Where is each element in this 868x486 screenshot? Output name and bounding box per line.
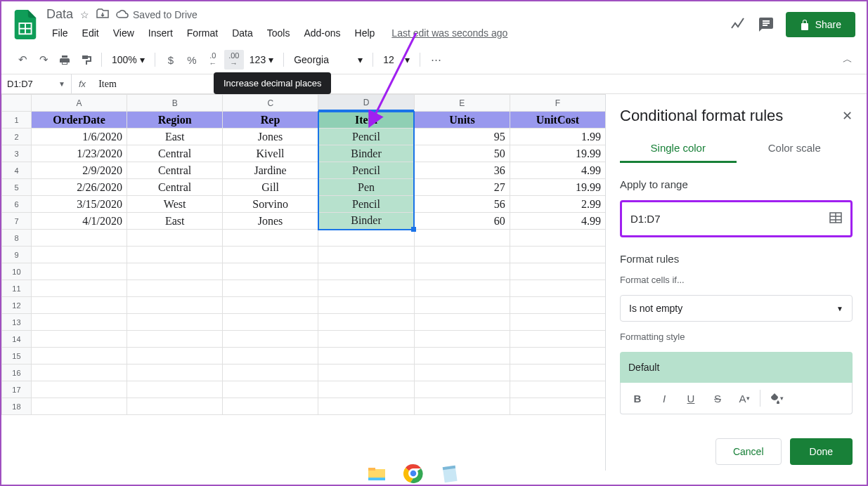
- data-cell[interactable]: 4.99: [510, 213, 605, 230]
- table-row[interactable]: 74/1/2020EastJonesBinder604.99: [2, 213, 606, 230]
- percent-icon[interactable]: %: [182, 50, 202, 70]
- data-cell[interactable]: Binder: [318, 213, 414, 230]
- data-cell[interactable]: 2/26/2020: [31, 179, 127, 196]
- row-header[interactable]: 17: [2, 381, 32, 398]
- data-cell[interactable]: Gill: [223, 179, 318, 196]
- row-header[interactable]: 3: [2, 145, 32, 162]
- data-cell[interactable]: East: [127, 129, 223, 145]
- zoom-select[interactable]: 100% ▾: [108, 51, 149, 68]
- table-row[interactable]: 11: [2, 280, 606, 297]
- fill-color-icon[interactable]: ▾: [763, 387, 789, 409]
- table-row[interactable]: 16: [2, 364, 606, 381]
- table-row[interactable]: 9: [2, 247, 606, 263]
- data-cell[interactable]: Central: [127, 162, 223, 179]
- menu-view[interactable]: View: [108, 25, 140, 41]
- table-row[interactable]: 31/23/2020CentralKivellBinder5019.99: [2, 145, 606, 162]
- select-range-icon[interactable]: [829, 212, 842, 225]
- row-header[interactable]: 14: [2, 331, 32, 348]
- table-row[interactable]: 18: [2, 398, 606, 415]
- move-icon[interactable]: [96, 8, 109, 20]
- data-cell[interactable]: 95: [414, 129, 510, 145]
- row-header[interactable]: 4: [2, 162, 32, 179]
- col-header-F[interactable]: F: [510, 95, 605, 112]
- share-button[interactable]: Share: [786, 12, 855, 37]
- col-header-B[interactable]: B: [127, 95, 223, 112]
- file-explorer-icon[interactable]: [367, 464, 387, 483]
- data-cell[interactable]: Pencil: [318, 162, 414, 179]
- menu-insert[interactable]: Insert: [143, 25, 179, 41]
- cancel-button[interactable]: Cancel: [715, 438, 782, 465]
- data-cell[interactable]: Kivell: [223, 145, 318, 162]
- table-row[interactable]: 12: [2, 297, 606, 314]
- menu-format[interactable]: Format: [181, 25, 224, 41]
- star-icon[interactable]: ☆: [80, 9, 89, 20]
- currency-icon[interactable]: $: [161, 50, 181, 70]
- row-header[interactable]: 8: [2, 230, 32, 247]
- data-cell[interactable]: Pencil: [318, 129, 414, 145]
- italic-icon[interactable]: I: [652, 387, 677, 409]
- chrome-icon[interactable]: [403, 464, 423, 483]
- row-header[interactable]: 9: [2, 247, 32, 263]
- row-header[interactable]: 7: [2, 213, 32, 230]
- data-cell[interactable]: Jardine: [223, 162, 318, 179]
- row-header[interactable]: 11: [2, 280, 32, 297]
- row-header[interactable]: 1: [2, 112, 32, 129]
- menu-edit[interactable]: Edit: [77, 25, 105, 41]
- menu-file[interactable]: File: [46, 25, 74, 41]
- data-cell[interactable]: 2/9/2020: [31, 162, 127, 179]
- header-cell[interactable]: OrderDate: [31, 112, 127, 129]
- data-cell[interactable]: 36: [414, 162, 510, 179]
- data-cell[interactable]: East: [127, 213, 223, 230]
- font-select[interactable]: Georgia ▾: [290, 51, 367, 68]
- close-icon[interactable]: ✕: [842, 108, 853, 124]
- redo-icon[interactable]: ↷: [34, 50, 53, 70]
- done-button[interactable]: Done: [790, 438, 853, 465]
- underline-icon[interactable]: U: [678, 387, 704, 409]
- row-header[interactable]: 13: [2, 314, 32, 331]
- formula-input[interactable]: Item: [93, 79, 867, 90]
- row-header[interactable]: 2: [2, 129, 32, 145]
- data-cell[interactable]: 19.99: [510, 145, 605, 162]
- data-cell[interactable]: 4.99: [510, 162, 605, 179]
- comments-icon[interactable]: [758, 16, 775, 33]
- row-header[interactable]: 16: [2, 364, 32, 381]
- data-cell[interactable]: Pencil: [318, 196, 414, 213]
- table-row[interactable]: 15: [2, 348, 606, 364]
- decrease-decimal-icon[interactable]: .0←: [203, 50, 223, 70]
- fx-icon[interactable]: fx: [72, 79, 93, 89]
- data-cell[interactable]: 19.99: [510, 179, 605, 196]
- data-cell[interactable]: Pen: [318, 179, 414, 196]
- col-header-D[interactable]: D: [318, 95, 414, 112]
- header-cell[interactable]: Units: [414, 112, 510, 129]
- column-headers[interactable]: A B C D E F: [2, 95, 606, 112]
- row-header[interactable]: 10: [2, 263, 32, 280]
- header-cell[interactable]: Rep: [223, 112, 318, 129]
- data-cell[interactable]: 1.99: [510, 129, 605, 145]
- header-cell[interactable]: Item: [318, 112, 414, 129]
- col-header-A[interactable]: A: [31, 95, 127, 112]
- data-cell[interactable]: Sorvino: [223, 196, 318, 213]
- spreadsheet-grid[interactable]: A B C D E F 1OrderDateRegionRepItemUnits…: [1, 94, 605, 471]
- row-header[interactable]: 12: [2, 297, 32, 314]
- data-cell[interactable]: Jones: [223, 213, 318, 230]
- undo-icon[interactable]: ↶: [13, 50, 32, 70]
- data-cell[interactable]: 1/6/2020: [31, 129, 127, 145]
- selection-handle[interactable]: [411, 227, 416, 232]
- increase-decimal-icon[interactable]: .00→: [224, 50, 244, 70]
- data-cell[interactable]: 2.99: [510, 196, 605, 213]
- table-row[interactable]: 17: [2, 381, 606, 398]
- row-header[interactable]: 6: [2, 196, 32, 213]
- style-preview[interactable]: Default: [620, 352, 853, 383]
- col-header-E[interactable]: E: [414, 95, 510, 112]
- menu-tools[interactable]: Tools: [261, 25, 296, 41]
- more-icon[interactable]: ⋯: [426, 50, 446, 70]
- data-cell[interactable]: Central: [127, 179, 223, 196]
- col-header-C[interactable]: C: [223, 95, 318, 112]
- data-cell[interactable]: Central: [127, 145, 223, 162]
- row-header[interactable]: 18: [2, 398, 32, 415]
- last-edit-link[interactable]: Last edit was seconds ago: [391, 27, 507, 39]
- print-icon[interactable]: [55, 50, 75, 70]
- table-row[interactable]: 14: [2, 331, 606, 348]
- text-color-icon[interactable]: A▾: [732, 387, 757, 409]
- bold-icon[interactable]: B: [625, 387, 650, 409]
